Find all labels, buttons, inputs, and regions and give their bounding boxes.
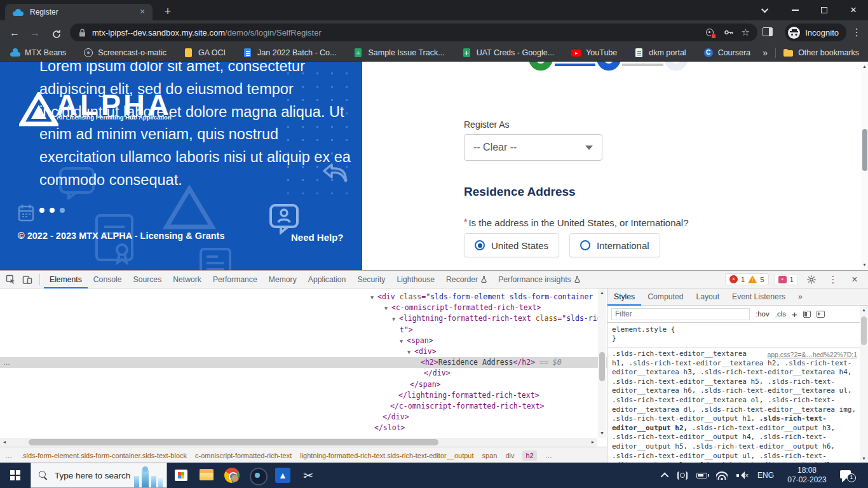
scrollbar-thumb[interactable]	[861, 316, 867, 345]
taskbar-app-icon[interactable]	[295, 463, 321, 488]
styles-tab[interactable]: »	[792, 288, 809, 306]
tree-row[interactable]: ▼<span>	[0, 336, 607, 346]
css-rule-block[interactable]: app.css?2=&…hed%22%7D:1 .slds-rich-text-…	[607, 348, 868, 463]
scroll-left-icon[interactable]: ◄	[0, 438, 9, 447]
pseudo-state-toggle[interactable]: :hov	[756, 310, 770, 318]
maximize-icon[interactable]	[810, 0, 839, 20]
new-style-rule-icon[interactable]: +	[792, 309, 797, 320]
carousel-dot[interactable]	[50, 208, 55, 213]
bookmark-item[interactable]: YouTube	[571, 48, 617, 58]
screen-record-icon[interactable]	[677, 471, 688, 480]
devtools-tab[interactable]: Console	[88, 271, 128, 288]
taskbar-app-icon[interactable]	[194, 463, 219, 488]
breadcrumb-item[interactable]: span	[482, 452, 498, 459]
devtools-tab[interactable]: Performance insights	[492, 271, 585, 288]
new-tab-button[interactable]	[160, 4, 175, 20]
tree-row[interactable]: </div>	[0, 368, 607, 379]
device-toolbar-icon[interactable]	[19, 271, 36, 288]
devtools-tab[interactable]: Lighthouse	[391, 271, 440, 288]
tree-row[interactable]: ▼<lightning-formatted-rich-text class="s…	[0, 313, 607, 324]
tree-row[interactable]: </slot>	[0, 423, 607, 433]
devtools-tab[interactable]: Recorder	[440, 271, 492, 288]
styles-tab[interactable]: Event Listeners	[726, 288, 792, 306]
carousel-dot[interactable]	[39, 208, 44, 213]
tree-row[interactable]: ▼<div>	[0, 346, 607, 357]
styles-tab[interactable]: Layout	[689, 288, 726, 306]
other-bookmarks-button[interactable]: Other bookmarks	[783, 48, 859, 57]
battery-icon[interactable]	[696, 473, 707, 478]
taskbar-app-icon[interactable]	[168, 463, 194, 488]
tree-row[interactable]: t">	[0, 325, 607, 336]
bookmark-item[interactable]: GA OCI	[184, 48, 226, 58]
taskbar-app-icon[interactable]	[270, 463, 295, 488]
register-as-select[interactable]: -- Clear --	[464, 134, 602, 161]
elements-vscrollbar[interactable]: ▲ ▼	[598, 288, 606, 438]
tab-close-icon[interactable]	[137, 7, 147, 17]
scroll-right-icon[interactable]: ►	[588, 438, 597, 447]
scroll-up-icon[interactable]: ▲	[860, 306, 868, 314]
minimize-icon[interactable]	[780, 0, 810, 20]
tab-search-chevron-icon[interactable]	[751, 0, 780, 20]
class-toggle[interactable]: .cls	[775, 310, 786, 318]
scroll-up-icon[interactable]: ▲	[861, 63, 868, 71]
bookmark-item[interactable]: UAT Creds - Google...	[462, 48, 555, 58]
tree-row[interactable]: ▼<div class="slds-form-element slds-form…	[0, 292, 607, 302]
wifi-icon[interactable]	[716, 471, 728, 480]
reload-icon[interactable]	[48, 25, 65, 41]
taskbar-app-icon[interactable]	[219, 463, 245, 488]
stylesheet-link[interactable]: app.css?2=&…hed%22%7D:1	[767, 350, 857, 360]
devtools-tab[interactable]: Performance	[207, 271, 263, 288]
radio-option[interactable]: United States	[464, 233, 559, 257]
language-indicator[interactable]: ENG	[757, 471, 774, 480]
scroll-up-icon[interactable]: ▲	[598, 289, 606, 297]
inspect-element-icon[interactable]	[3, 271, 19, 288]
bookmarks-overflow-icon[interactable]: »	[763, 48, 768, 58]
scrollbar-thumb[interactable]	[29, 439, 438, 445]
need-help-link[interactable]: Need Help?	[291, 232, 344, 243]
breadcrumb-item[interactable]: h2	[522, 451, 536, 461]
page-scrollbar[interactable]: ▲ ▼	[861, 62, 868, 270]
scroll-down-icon[interactable]: ▼	[860, 455, 868, 463]
devtools-close-icon[interactable]	[846, 271, 863, 288]
styles-tab[interactable]: Styles	[607, 288, 641, 306]
browser-menu-icon[interactable]	[850, 25, 863, 40]
devtools-settings-icon[interactable]	[803, 271, 820, 288]
devtools-tab[interactable]: Memory	[263, 271, 302, 288]
scroll-down-icon[interactable]: ▼	[598, 430, 606, 437]
tree-row[interactable]: </c-omniscript-formatted-rich-text>	[0, 401, 607, 412]
scroll-down-icon[interactable]: ▼	[861, 261, 868, 269]
breadcrumb-item[interactable]: …	[5, 452, 13, 459]
location-blocked-icon[interactable]	[705, 27, 715, 37]
scrollbar-thumb[interactable]	[862, 129, 867, 171]
styles-tab[interactable]: Computed	[641, 288, 689, 306]
bookmark-item[interactable]: dkm portal	[634, 48, 686, 58]
side-panel-icon[interactable]	[763, 27, 773, 36]
radio-option[interactable]: International	[569, 233, 660, 257]
start-button[interactable]	[0, 463, 31, 488]
carousel-dot[interactable]	[60, 208, 65, 213]
collapsed-ellipsis[interactable]: …	[3, 358, 11, 366]
back-icon[interactable]	[6, 25, 23, 41]
devtools-tab[interactable]: Elements	[44, 271, 88, 288]
tree-row[interactable]: </span>	[0, 379, 607, 390]
breadcrumb-item[interactable]: lightning-formatted-rich-text.slds-rich-…	[300, 452, 473, 459]
rendering-emulation-icon[interactable]	[803, 311, 811, 318]
volume-muted-icon[interactable]: ×	[736, 471, 749, 480]
console-badges[interactable]: 1 5	[725, 273, 769, 285]
devtools-tab[interactable]: Network	[167, 271, 207, 288]
tree-row[interactable]: ▼<c-omniscript-formatted-rich-text>	[0, 302, 607, 313]
styles-vscrollbar[interactable]: ▲ ▼	[860, 306, 868, 463]
notification-icon[interactable]: 1	[840, 470, 853, 480]
hidden-icons-chevron[interactable]	[661, 472, 669, 480]
taskbar-app-icon[interactable]	[245, 463, 270, 488]
breadcrumb-item[interactable]: .slds-form-element.slds-form-container.s…	[21, 452, 187, 459]
breadcrumb-item[interactable]: div	[505, 452, 514, 459]
breadcrumb-item[interactable]: …	[545, 452, 553, 459]
password-key-icon[interactable]	[724, 27, 734, 37]
bookmark-item[interactable]: MTX Beans	[10, 48, 66, 58]
bookmark-item[interactable]: Sample Issue Track...	[353, 48, 444, 58]
bookmark-star-icon[interactable]	[742, 27, 750, 38]
devtools-menu-icon[interactable]	[825, 271, 841, 288]
forward-icon[interactable]	[27, 25, 43, 41]
breadcrumb-item[interactable]: c-omniscript-formatted-rich-text	[195, 452, 292, 459]
